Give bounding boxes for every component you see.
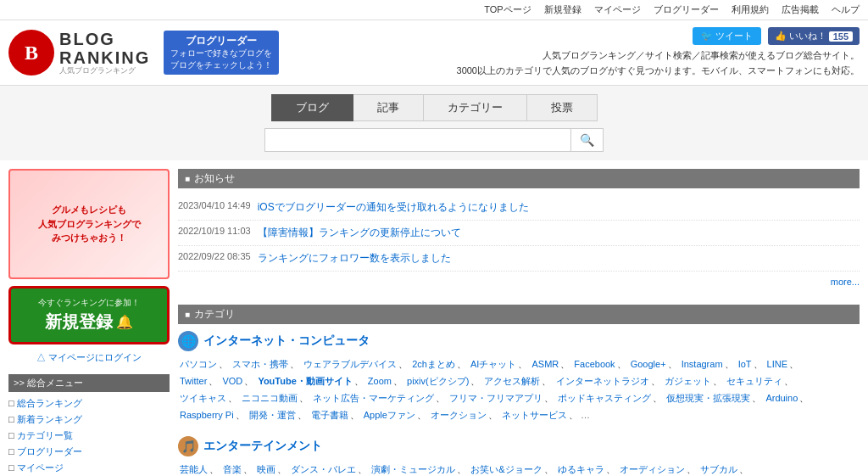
search-tab-article[interactable]: 記事	[353, 94, 424, 121]
more-link[interactable]: more...	[831, 277, 860, 287]
tag-link[interactable]: サブカル	[700, 464, 737, 474]
tag-link[interactable]: ウェアラブルデバイス	[303, 359, 397, 369]
category-title-entertainment[interactable]: エンターテインメント	[203, 439, 322, 454]
menu-item-category[interactable]: カテゴリー覧	[8, 430, 73, 440]
tag-link[interactable]: Arduino	[765, 393, 798, 403]
tag-link[interactable]: Appleファン	[364, 410, 415, 420]
header-description: 人気ブログランキング／サイト検索／記事検索が使えるブログ総合サイト。 3000以…	[457, 48, 860, 78]
top-nav-reader[interactable]: ブログリーダー	[654, 4, 719, 14]
tag-link[interactable]: Zoom	[368, 376, 392, 386]
tag-link[interactable]: ダンス・バレエ	[291, 464, 356, 474]
notice-link-2[interactable]: 【障害情報】ランキングの更新停止について	[258, 226, 461, 240]
tag-link[interactable]: スマホ・携帯	[232, 359, 288, 369]
register-large-text: 新規登録	[45, 311, 113, 333]
search-tabs: ブログ 記事 カテゴリー 投票	[17, 94, 851, 121]
tag-link[interactable]: 2chまとめ	[412, 359, 455, 369]
tweet-label: ツイート	[715, 30, 753, 42]
category-icon-entertainment: 🎵	[178, 436, 198, 456]
tag-link[interactable]: 映画	[257, 464, 275, 474]
tag-link[interactable]: アクセス解析	[484, 376, 540, 386]
top-nav-terms[interactable]: 利用規約	[732, 4, 769, 14]
tag-link[interactable]: セキュリティ	[726, 376, 782, 386]
notice-link-1[interactable]: iOSでブログリーダーの通知を受け取れるようになりました	[258, 200, 529, 215]
tag-link[interactable]: フリマ・フリマアプリ	[449, 393, 542, 403]
category-section: カテゴリ 🌐 インターネット・コンピュータ パソコン、 スマホ・携帯、 ウェアラ…	[178, 305, 860, 476]
menu-item-mypage[interactable]: マイページ	[8, 462, 64, 473]
content-area: お知らせ 2023/04/10 14:49 iOSでブログリーダーの通知を受け取…	[178, 169, 860, 476]
login-link[interactable]: マイページにログイン	[36, 352, 142, 362]
search-button[interactable]: 🔍	[570, 129, 603, 151]
search-area: ブログ 記事 カテゴリー 投票 🔍	[0, 86, 868, 160]
tag-link-raspberry[interactable]: Raspberry Pi	[180, 410, 234, 420]
tag-link[interactable]: LINE	[767, 359, 787, 369]
tag-link[interactable]: Twitter	[180, 376, 207, 386]
search-tab-vote[interactable]: 投票	[527, 94, 598, 121]
tag-link[interactable]: ゆるキャラ	[558, 464, 604, 474]
menu-item-overall[interactable]: 総合ランキング	[8, 398, 82, 408]
header-desc-line1: 人気ブログランキング／サイト検索／記事検索が使えるブログ総合サイト。	[457, 48, 860, 64]
tag-link[interactable]: ネット広告・マーケティング	[313, 393, 434, 403]
search-tab-category[interactable]: カテゴリー	[424, 94, 527, 121]
tag-link[interactable]: ポッドキャスティング	[558, 393, 651, 403]
tag-link[interactable]: AIチャット	[470, 359, 516, 369]
tag-link[interactable]: IoT	[738, 359, 752, 369]
tag-link[interactable]: 演劇・ミュージカル	[371, 464, 455, 474]
tag-link[interactable]: ツイキャス	[180, 393, 226, 403]
top-nav-register[interactable]: 新規登録	[544, 4, 581, 14]
ellipsis: …	[581, 410, 590, 420]
logo-text: BLOG RANKING 人気ブログランキング	[59, 30, 150, 76]
tweet-button[interactable]: 🐦 ツイート	[693, 27, 761, 45]
tag-link[interactable]: pixiv(ピクシブ)	[407, 376, 469, 386]
tag-link[interactable]: インターネットラジオ	[556, 376, 649, 386]
header-social: 🐦 ツイート 👍 いいね！ 155	[457, 27, 860, 45]
tag-link[interactable]: Google+	[631, 359, 666, 369]
search-input-wrap: 🔍	[264, 128, 604, 152]
tag-link[interactable]: 音楽	[223, 464, 242, 474]
sidebar: グルメもレシピも人気ブログランキングでみつけちゃおう！ 今すぐランキングに参加！…	[8, 169, 170, 476]
tag-link[interactable]: ガジェット	[665, 376, 711, 386]
logo-area: B BLOG RANKING 人気ブログランキング ブログリーダー フォローで好…	[8, 30, 279, 76]
logo-icon: B	[8, 30, 54, 76]
top-nav-help[interactable]: ヘルプ	[832, 4, 860, 14]
tag-link[interactable]: VOD	[222, 376, 242, 386]
tag-link[interactable]: Facebook	[574, 359, 615, 369]
top-nav-mypage[interactable]: マイページ	[594, 4, 641, 14]
logo-box: B BLOG RANKING 人気ブログランキング	[8, 30, 150, 76]
sidebar-register-button[interactable]: 今すぐランキングに参加！ 新規登録 🔔	[8, 286, 170, 344]
menu-item-new[interactable]: 新着ランキング	[8, 414, 82, 424]
tag-link[interactable]: ニコニコ動画	[242, 393, 298, 403]
header: B BLOG RANKING 人気ブログランキング ブログリーダー フォローで好…	[0, 20, 868, 86]
tag-link[interactable]: 芸能人	[180, 464, 208, 474]
notice-section-title: お知らせ	[178, 169, 860, 188]
logo-subtitle: 人気ブログランキング	[59, 67, 150, 76]
category-header-entertainment: 🎵 エンターテインメント	[178, 436, 860, 456]
category-title-internet[interactable]: インターネット・コンピュータ	[203, 333, 370, 349]
like-button[interactable]: 👍 いいね！ 155	[768, 27, 860, 45]
category-section-title: カテゴリ	[178, 305, 860, 324]
tag-link[interactable]: 電子書籍	[311, 410, 348, 420]
entertainment-icon-symbol: 🎵	[181, 440, 196, 453]
tag-link[interactable]: お笑い&ジョーク	[470, 464, 542, 474]
blog-reader-title: ブログリーダー	[170, 34, 272, 48]
notice-link-3[interactable]: ランキングにフォロワー数を表示しました	[258, 251, 451, 266]
menu-item-reader[interactable]: ブログリーダー	[8, 446, 82, 456]
blog-reader-banner[interactable]: ブログリーダー フォローで好きなブログを ブログをチェックしよう！	[164, 31, 279, 76]
tag-link[interactable]: ネットサービス	[502, 410, 567, 420]
search-tab-blog[interactable]: ブログ	[271, 94, 353, 121]
tag-link[interactable]: ASMR	[531, 359, 559, 369]
tag-link[interactable]: オーディション	[620, 464, 685, 474]
header-desc-line2: 3000以上のカテゴリで人気のブログがすぐ見つかります。モバイル、スマートフォン…	[457, 64, 860, 79]
category-tags-internet: パソコン、 スマホ・携帯、 ウェアラブルデバイス、 2chまとめ、 AIチャット…	[178, 356, 860, 423]
tag-link[interactable]: 仮想現実・拡張現実	[666, 393, 750, 403]
tag-link[interactable]: YouTube・動画サイト	[258, 376, 352, 386]
list-item: マイページ	[8, 460, 170, 476]
tag-link[interactable]: 開発・運営	[249, 410, 296, 420]
search-input[interactable]	[265, 129, 570, 151]
top-nav-top[interactable]: TOPページ	[484, 4, 531, 14]
tag-link[interactable]: パソコン	[180, 359, 217, 369]
tag-link[interactable]: Instagram	[682, 359, 723, 369]
tag-link[interactable]: オークション	[431, 410, 487, 420]
top-nav-ads[interactable]: 広告掲載	[782, 4, 819, 14]
notice-item-2: 2022/10/19 11:03 【障害情報】ランキングの更新停止について	[178, 221, 860, 246]
list-item: ブログリーダー	[8, 444, 170, 460]
